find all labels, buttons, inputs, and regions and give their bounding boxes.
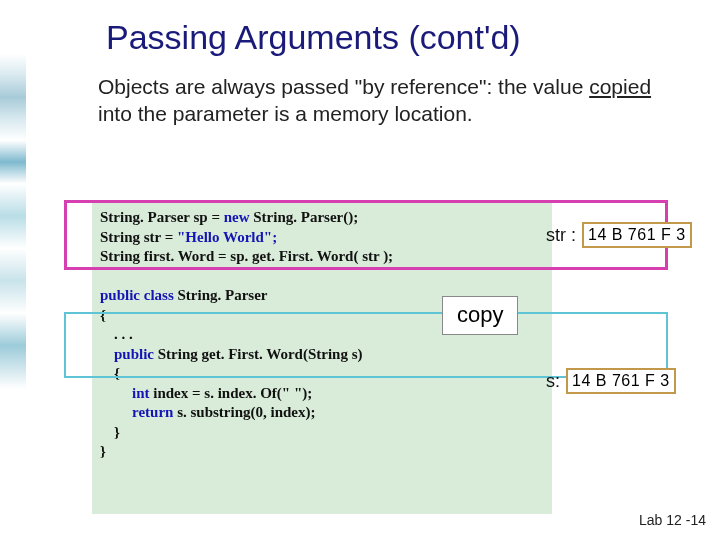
code-keyword: public class [100, 287, 174, 303]
memory-s: s: 14 B 761 F 3 [546, 368, 676, 394]
copy-annotation: copy [442, 296, 518, 335]
slide-title: Passing Arguments (cont'd) [106, 18, 692, 57]
memory-str: str : 14 B 761 F 3 [546, 222, 692, 248]
code-text: String. Parser [174, 287, 268, 303]
body-text-pre: Objects are always passed "by reference"… [98, 75, 589, 98]
code-line: } [100, 442, 430, 462]
decorative-left-stripe [0, 0, 26, 540]
code-line: public class String. Parser [100, 286, 430, 306]
code-line: int index = s. index. Of(" "); [100, 384, 430, 404]
code-keyword: int [132, 385, 150, 401]
memory-s-value: 14 B 761 F 3 [566, 368, 676, 394]
body-text-underlined: copied [589, 75, 651, 98]
body-text-post: into the parameter is a memory location. [98, 102, 473, 125]
code-line: } [100, 423, 430, 443]
memory-str-value: 14 B 761 F 3 [582, 222, 692, 248]
slide-body: Objects are always passed "by reference"… [98, 73, 658, 128]
slide-footer: Lab 12 -14 [639, 512, 706, 528]
code-line: return s. substring(0, index); [100, 403, 430, 423]
memory-s-label: s: [546, 371, 560, 392]
code-keyword: return [132, 404, 173, 420]
code-text: s. substring(0, index); [173, 404, 315, 420]
memory-str-label: str : [546, 225, 576, 246]
code-text: index = s. index. Of(" "); [150, 385, 313, 401]
